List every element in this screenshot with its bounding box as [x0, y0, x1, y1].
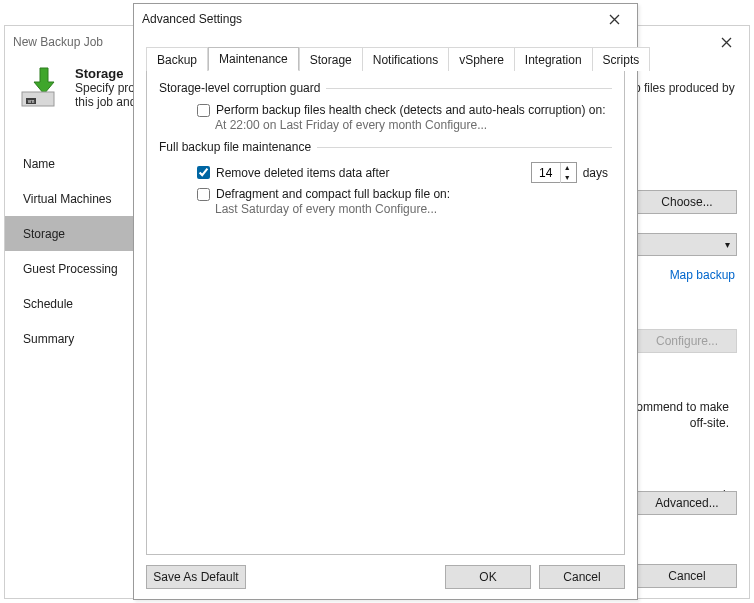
group-divider: [326, 88, 612, 89]
advanced-button[interactable]: Advanced...: [637, 491, 737, 515]
dialog-titlebar: Advanced Settings: [134, 4, 637, 34]
svg-text:vm: vm: [28, 98, 35, 104]
configure-button-label: Configure...: [656, 334, 718, 348]
repository-dropdown[interactable]: ▾: [627, 233, 737, 256]
cancel-button[interactable]: Cancel: [637, 564, 737, 588]
chevron-down-icon: ▾: [725, 239, 730, 250]
dialog-cancel-label: Cancel: [563, 570, 600, 584]
defragment-schedule: Last Saturday of every month Configure..…: [159, 202, 612, 216]
dialog-cancel-button[interactable]: Cancel: [539, 565, 625, 589]
healthcheck-schedule: At 22:00 on Last Friday of every month C…: [159, 118, 612, 132]
tabstrip: Backup Maintenance Storage Notifications…: [146, 46, 625, 71]
defragment-checkbox[interactable]: [197, 188, 210, 201]
tab-scripts[interactable]: Scripts: [592, 47, 651, 71]
group-title-1: Storage-level corruption guard: [159, 81, 320, 95]
group-divider: [317, 147, 612, 148]
remove-deleted-row: Remove deleted items data after ▲ ▼ days: [159, 160, 612, 185]
choose-button[interactable]: Choose...: [637, 190, 737, 214]
days-input[interactable]: [532, 165, 560, 181]
tab-panel-maintenance: Storage-level corruption guard Perform b…: [146, 71, 625, 555]
days-spinner[interactable]: ▲ ▼: [531, 162, 577, 183]
tab-storage[interactable]: Storage: [299, 47, 363, 71]
healthcheck-label: Perform backup files health check (detec…: [216, 103, 606, 117]
dialog-footer: Save As Default OK Cancel: [146, 565, 625, 589]
group-title-2: Full backup file maintenance: [159, 140, 311, 154]
defragment-row: Defragment and compact full backup file …: [159, 185, 612, 203]
save-default-label: Save As Default: [153, 570, 238, 584]
remove-deleted-checkbox[interactable]: [197, 166, 210, 179]
tab-backup[interactable]: Backup: [146, 47, 208, 71]
tab-notifications[interactable]: Notifications: [362, 47, 449, 71]
spin-up-icon[interactable]: ▲: [560, 163, 574, 173]
cancel-button-label: Cancel: [668, 569, 705, 583]
healthcheck-row: Perform backup files health check (detec…: [159, 101, 612, 119]
group-full-maintenance: Full backup file maintenance Remove dele…: [159, 140, 612, 216]
healthcheck-checkbox[interactable]: [197, 104, 210, 117]
dialog-body: Backup Maintenance Storage Notifications…: [146, 46, 625, 555]
advanced-settings-dialog: Advanced Settings Backup Maintenance Sto…: [133, 3, 638, 600]
close-icon[interactable]: [711, 32, 741, 52]
tab-integration[interactable]: Integration: [514, 47, 593, 71]
storage-icon: vm: [17, 66, 65, 108]
defragment-label: Defragment and compact full backup file …: [216, 187, 450, 201]
tab-maintenance[interactable]: Maintenance: [208, 47, 299, 71]
dialog-close-icon[interactable]: [599, 9, 629, 29]
advanced-button-label: Advanced...: [655, 496, 718, 510]
remove-deleted-label: Remove deleted items data after: [216, 166, 389, 180]
hint-text-2: off-site.: [690, 416, 729, 430]
ok-label: OK: [479, 570, 496, 584]
choose-button-label: Choose...: [661, 195, 712, 209]
map-backup-link[interactable]: Map backup: [670, 268, 735, 282]
days-label: days: [583, 166, 608, 180]
dialog-title: Advanced Settings: [142, 12, 242, 26]
wizard-title: New Backup Job: [13, 35, 103, 49]
group-corruption-guard: Storage-level corruption guard Perform b…: [159, 81, 612, 132]
ok-button[interactable]: OK: [445, 565, 531, 589]
tab-vsphere[interactable]: vSphere: [448, 47, 515, 71]
spin-down-icon[interactable]: ▼: [560, 173, 574, 183]
configure-button[interactable]: Configure...: [637, 329, 737, 353]
save-default-button[interactable]: Save As Default: [146, 565, 246, 589]
